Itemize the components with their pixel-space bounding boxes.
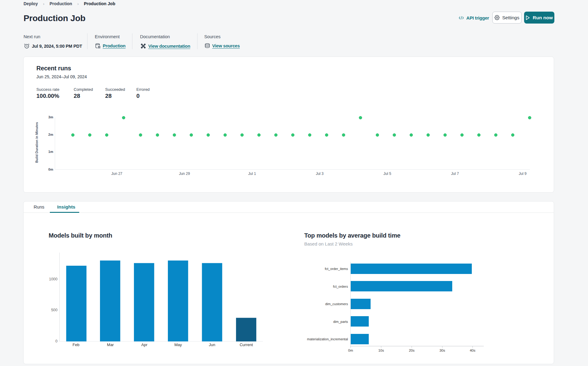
svg-text:500: 500 xyxy=(51,308,57,312)
svg-text:Jul 7: Jul 7 xyxy=(451,172,459,176)
svg-text:Jun 29: Jun 29 xyxy=(179,172,190,176)
svg-text:Jun 27: Jun 27 xyxy=(111,172,122,176)
svg-text:3m: 3m xyxy=(48,115,53,119)
svg-text:Mar: Mar xyxy=(107,342,114,347)
svg-text:Jun: Jun xyxy=(209,342,215,347)
svg-text:Jul 5: Jul 5 xyxy=(383,172,391,176)
svg-text:Jul 1: Jul 1 xyxy=(248,172,256,176)
svg-text:0m: 0m xyxy=(48,168,53,171)
svg-text:May: May xyxy=(174,342,182,347)
svg-text:2m: 2m xyxy=(48,133,53,136)
svg-text:fct_orders: fct_orders xyxy=(333,285,348,288)
svg-text:Build Duration in Minutes: Build Duration in Minutes xyxy=(35,122,39,163)
svg-text:1m: 1m xyxy=(48,150,53,153)
svg-text:1000: 1000 xyxy=(49,277,57,281)
svg-text:Current: Current xyxy=(240,342,253,347)
svg-text:dim_parts: dim_parts xyxy=(333,320,348,323)
svg-text:materialization_incremental: materialization_incremental xyxy=(307,337,348,341)
svg-text:30s: 30s xyxy=(439,349,445,352)
svg-text:20s: 20s xyxy=(409,349,415,352)
svg-text:10s: 10s xyxy=(378,349,384,352)
svg-text:0: 0 xyxy=(55,339,57,343)
svg-text:Jul 3: Jul 3 xyxy=(316,172,324,176)
svg-text:Feb: Feb xyxy=(72,342,79,347)
svg-text:40s: 40s xyxy=(470,349,475,352)
svg-text:fct_order_items: fct_order_items xyxy=(325,267,348,271)
svg-text:0m: 0m xyxy=(348,349,353,352)
svg-text:Jul 9: Jul 9 xyxy=(519,172,527,176)
svg-text:Apr: Apr xyxy=(141,342,148,347)
svg-text:dim_customers: dim_customers xyxy=(325,302,348,306)
